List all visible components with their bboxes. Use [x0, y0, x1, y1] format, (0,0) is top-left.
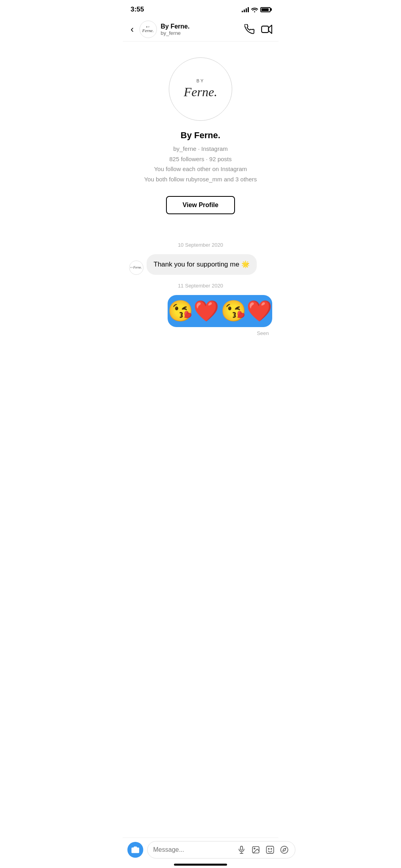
phone-button[interactable] [244, 24, 255, 34]
header-avatar-by: BY [142, 26, 154, 29]
header-info: By Ferne. by_ferne [161, 23, 241, 36]
battery-icon [260, 7, 271, 12]
sender-avatar-small: BY Ferne. [129, 261, 143, 275]
emoji-message: 😘❤️ 😘❤️ [168, 295, 272, 327]
profile-instagram-line: by_ferne · Instagram [173, 145, 228, 152]
phone-icon [244, 24, 255, 34]
chat-header: ‹ BY Ferne. By Ferne. by_ferne [123, 17, 279, 42]
signal-bars-icon [242, 7, 249, 12]
profile-mutual-follow: You follow each other on Instagram [154, 166, 247, 172]
svg-rect-0 [262, 26, 269, 32]
back-button[interactable]: ‹ [129, 23, 136, 36]
profile-section: BY Ferne. By Ferne. by_ferne · Instagram… [123, 42, 279, 226]
profile-meta: by_ferne · Instagram 825 followers · 92 … [144, 144, 257, 184]
status-time: 3:55 [131, 6, 144, 13]
video-icon [261, 25, 272, 34]
chat-area: 10 September 2020 BY Ferne. Thank you fo… [123, 226, 279, 380]
wifi-icon [251, 7, 258, 12]
view-profile-button[interactable]: View Profile [166, 196, 235, 214]
profile-avatar-ferne: Ferne. [184, 84, 217, 99]
message-row-1: BY Ferne. Thank you for supporting me 🌟 [129, 254, 272, 275]
header-avatar-ferne: Ferne. [142, 28, 154, 33]
message-row-2: 😘❤️ 😘❤️ [129, 295, 272, 327]
date-label-1: 10 September 2020 [129, 242, 272, 248]
message-bubble-1: Thank you for supporting me 🌟 [147, 254, 257, 275]
profile-stats: 825 followers · 92 posts [169, 156, 232, 162]
svg-marker-1 [268, 25, 271, 34]
profile-mutual-friends: You both follow rubyrose_mm and 3 others [144, 176, 257, 183]
header-avatar[interactable]: BY Ferne. [139, 21, 157, 38]
seen-label: Seen [129, 330, 272, 336]
profile-avatar-large: BY Ferne. [169, 57, 232, 121]
header-actions [244, 24, 272, 34]
status-icons [242, 7, 271, 12]
status-bar: 3:55 [123, 0, 279, 17]
date-label-2: 11 September 2020 [129, 283, 272, 289]
header-username: by_ferne [161, 30, 241, 36]
video-button[interactable] [261, 25, 272, 34]
profile-name: By Ferne. [181, 130, 220, 141]
profile-avatar-by: BY [184, 78, 217, 84]
header-name: By Ferne. [161, 23, 241, 30]
